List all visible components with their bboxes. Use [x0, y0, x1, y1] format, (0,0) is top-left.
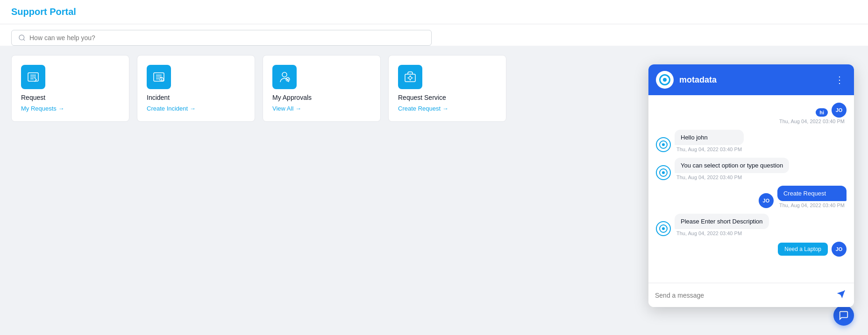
msg-bubble-wrap-hello: Hello john Thu, Aug 04, 2022 03:40 PM	[675, 130, 744, 152]
svg-line-1	[23, 39, 25, 41]
msg-time-hi: Thu, Aug 04, 2022 03:40 PM	[777, 119, 847, 124]
chat-messages: hi JO Thu, Aug 04, 2022 03:40 PM Hello j…	[648, 95, 854, 283]
search-bar	[11, 30, 432, 46]
approvals-icon-wrap	[272, 65, 297, 89]
search-input[interactable]	[29, 34, 425, 42]
chat-logo	[656, 71, 674, 89]
card-service-link[interactable]: Create Request →	[398, 105, 497, 112]
request-icon	[26, 70, 40, 84]
header: Support Portal	[0, 0, 868, 24]
svg-point-12	[161, 80, 162, 80]
search-icon	[18, 34, 26, 42]
card-incident-link[interactable]: Create Incident →	[147, 105, 245, 112]
card-service-title: Request Service	[398, 94, 497, 101]
msg-time-select: Thu, Aug 04, 2022 03:40 PM	[675, 174, 789, 180]
svg-point-16	[409, 77, 412, 79]
msg-time-create-request: Thu, Aug 04, 2022 03:40 PM	[777, 202, 847, 208]
chat-menu-icon[interactable]: ⋮	[833, 72, 847, 87]
bot-avatar-3	[656, 221, 671, 236]
send-icon	[836, 290, 846, 299]
card-approvals-title: My Approvals	[272, 94, 371, 101]
card-approvals: My Approvals View All →	[263, 55, 381, 122]
bot-avatar-inner-2	[659, 168, 668, 177]
card-incident: Incident Create Incident →	[137, 55, 255, 122]
chat-bubble-icon	[839, 310, 849, 321]
chat-message-input[interactable]	[655, 292, 834, 299]
service-icon	[403, 70, 417, 84]
msg-bubble-create-request: Create Request	[777, 186, 847, 201]
approvals-icon	[277, 70, 292, 84]
card-approvals-link[interactable]: View All →	[272, 105, 371, 112]
msg-row-short-desc: Please Enter short Description Thu, Aug …	[656, 214, 847, 236]
page-title: Support Portal	[11, 7, 76, 17]
card-request-title: Request	[21, 94, 120, 101]
msg-bubble-wrap-short-desc: Please Enter short Description Thu, Aug …	[675, 214, 769, 236]
incident-icon	[152, 70, 166, 84]
bot-avatar-inner-3	[659, 224, 668, 233]
card-request-link[interactable]: My Requests →	[21, 105, 120, 112]
service-icon-wrap	[398, 65, 422, 89]
msg-row-hello: Hello john Thu, Aug 04, 2022 03:40 PM	[656, 130, 847, 152]
chat-header: motadata ⋮	[648, 64, 854, 95]
msg-bubble-wrap-select: You can select option or type question T…	[675, 158, 789, 180]
chat-logo-inner	[659, 74, 670, 85]
chat-send-button[interactable]	[834, 288, 847, 302]
card-incident-title: Incident	[147, 94, 245, 101]
card-request: Request My Requests →	[11, 55, 129, 122]
chat-bot-name: motadata	[679, 75, 827, 85]
svg-marker-22	[837, 291, 845, 299]
svg-point-0	[19, 35, 24, 40]
bot-avatar-1	[656, 137, 671, 152]
msg-bubble-wrap-create-request: Create Request Thu, Aug 04, 2022 03:40 P…	[777, 186, 847, 208]
msg-row-create-request: Create Request Thu, Aug 04, 2022 03:40 P…	[656, 186, 847, 208]
card-service: Request Service Create Request →	[388, 55, 506, 122]
bot-avatar-inner-1	[659, 140, 668, 149]
msg-row-select: You can select option or type question T…	[656, 158, 847, 180]
msg-bubble-hello: Hello john	[675, 130, 744, 145]
msg-time-short-desc: Thu, Aug 04, 2022 03:40 PM	[675, 230, 769, 236]
msg-bubble-select: You can select option or type question	[675, 158, 789, 173]
svg-point-13	[282, 72, 287, 77]
hi-badge: hi	[816, 108, 828, 117]
chat-input-wrap	[648, 283, 854, 307]
bot-avatar-2	[656, 165, 671, 180]
cards-grid: Request My Requests → Inc	[11, 55, 506, 122]
chat-float-button[interactable]	[833, 305, 854, 326]
request-icon-wrap	[21, 65, 45, 89]
laptop-badge: Need a Laptop	[778, 243, 828, 256]
user-avatar-laptop: JO	[832, 242, 847, 257]
msg-row-laptop: Need a Laptop JO	[656, 242, 847, 257]
msg-row-hi: hi JO Thu, Aug 04, 2022 03:40 PM	[656, 103, 847, 124]
search-bar-container	[0, 24, 868, 46]
chat-widget: motadata ⋮ hi JO Thu, Aug 04, 2022 03:40…	[648, 64, 854, 307]
incident-icon-wrap	[147, 65, 171, 89]
user-avatar-hi: JO	[832, 103, 847, 118]
msg-time-hello: Thu, Aug 04, 2022 03:40 PM	[675, 147, 744, 152]
user-avatar-create: JO	[759, 193, 774, 208]
msg-bubble-short-desc: Please Enter short Description	[675, 214, 769, 229]
